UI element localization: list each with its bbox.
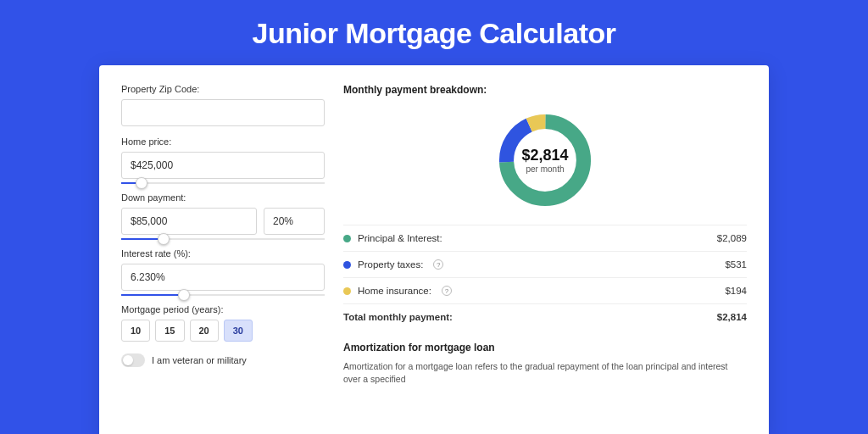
donut-center-sub: per month [526,164,564,174]
zip-input[interactable] [121,99,325,126]
donut-center-value: $2,814 [521,147,568,164]
period-option-15[interactable]: 15 [155,320,184,342]
zip-label: Property Zip Code: [121,84,325,94]
period-option-20[interactable]: 20 [190,320,219,342]
down-payment-pct-input[interactable] [264,208,325,235]
page-title: Junior Mortgage Calculator [0,0,868,65]
info-icon[interactable]: ? [433,259,443,270]
dot-icon [343,287,351,295]
amortization-body: Amortization for a mortgage loan refers … [343,360,747,386]
legend: Principal & Interest: $2,089 Property ta… [343,225,747,330]
legend-value: $194 [725,286,747,296]
down-payment-label: Down payment: [121,192,325,203]
toggle-knob [123,355,133,365]
period-option-30[interactable]: 30 [224,320,253,342]
legend-row-insurance: Home insurance: ? $194 [343,278,747,304]
home-price-label: Home price: [121,136,325,147]
legend-label: Property taxes: [358,259,423,270]
down-payment-input[interactable] [121,208,257,235]
legend-label: Home insurance: [358,286,431,296]
home-price-input[interactable] [121,152,325,179]
interest-slider[interactable] [121,294,325,296]
total-value: $2,814 [717,312,747,322]
interest-label: Interest rate (%): [121,248,325,259]
amortization-title: Amortization for mortgage loan [343,342,747,353]
breakdown-panel: Monthly payment breakdown: $2,814 per mo… [343,84,747,434]
legend-row-taxes: Property taxes: ? $531 [343,252,747,278]
down-payment-slider[interactable] [121,238,325,240]
legend-value: $531 [725,259,747,270]
legend-value: $2,089 [717,233,747,243]
donut-chart: $2,814 per month [343,103,747,225]
period-option-10[interactable]: 10 [121,320,150,342]
slider-thumb[interactable] [158,233,170,245]
home-price-slider[interactable] [121,182,325,184]
military-toggle[interactable] [121,353,145,367]
total-label: Total monthly payment: [343,312,453,322]
amortization-section: Amortization for mortgage loan Amortizat… [343,342,747,386]
form-panel: Property Zip Code: Home price: Down paym… [121,84,325,434]
dot-icon [343,261,351,269]
breakdown-title: Monthly payment breakdown: [343,84,747,96]
dot-icon [343,235,351,242]
period-segments: 10 15 20 30 [121,320,325,342]
slider-thumb[interactable] [136,177,147,189]
period-label: Mortgage period (years): [121,304,325,314]
calculator-card: Property Zip Code: Home price: Down paym… [99,65,769,434]
legend-label: Principal & Interest: [358,233,442,243]
info-icon[interactable]: ? [442,286,452,296]
slider-thumb[interactable] [178,289,190,301]
legend-row-principal: Principal & Interest: $2,089 [343,225,747,252]
interest-input[interactable] [121,264,325,291]
legend-row-total: Total monthly payment: $2,814 [343,304,747,330]
military-label: I am veteran or military [152,355,247,365]
